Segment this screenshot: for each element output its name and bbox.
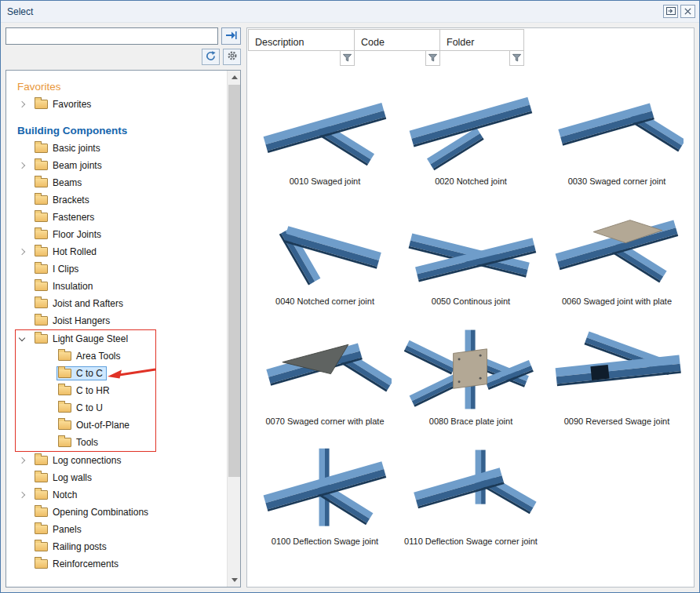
titlebar[interactable]: Select xyxy=(1,1,699,23)
folder-icon xyxy=(35,178,48,187)
tree-item-box: Fasteners xyxy=(33,210,98,224)
tree-item-log-connections[interactable]: Log connections xyxy=(17,452,223,469)
tree-item-out-of-plane[interactable]: Out-of-Plane xyxy=(17,417,155,434)
tree-item-brackets[interactable]: Brackets xyxy=(17,191,223,209)
column-header-code[interactable]: Code xyxy=(354,29,440,51)
component-item-0080-brace-plate-joint[interactable]: 0080 Brace plate joint xyxy=(398,311,544,431)
close-icon xyxy=(684,5,691,17)
component-item-0110-deflection-swage-corner-joint[interactable]: 0110 Deflection Swage corner joint xyxy=(398,431,544,551)
component-item-0050-continous-joint[interactable]: 0050 Continous joint xyxy=(398,191,544,311)
tree-item-notch[interactable]: Notch xyxy=(17,486,223,504)
component-item-0030-swaged-corner-joint[interactable]: 0030 Swaged corner joint xyxy=(544,71,690,191)
corner2-thumbnail xyxy=(258,205,392,294)
close-button[interactable] xyxy=(680,5,695,18)
window-body: FavoritesFavoritesBuilding ComponentsBas… xyxy=(1,23,699,592)
folder-icon xyxy=(35,213,48,222)
component-item-0020-notched-joint[interactable]: 0020 Notched joint xyxy=(398,71,544,191)
component-item-0070-swaged-corner-with-plate[interactable]: 0070 Swaged corner with plate xyxy=(252,311,398,431)
tree-item-insulation[interactable]: Insulation xyxy=(17,278,223,295)
chevron-right-icon[interactable] xyxy=(17,454,33,467)
tree-item-basic-joints[interactable]: Basic joints xyxy=(17,140,223,157)
column-header-folder[interactable]: Folder xyxy=(439,29,524,51)
tree-item-box: I Clips xyxy=(33,262,82,276)
column-folder: Folder xyxy=(439,29,524,66)
tree-item-beam-joints[interactable]: Beam joints xyxy=(17,157,223,174)
tree-item-log-walls[interactable]: Log walls xyxy=(17,469,223,486)
component-item-0040-notched-corner-joint[interactable]: 0040 Notched corner joint xyxy=(252,191,398,311)
tree-item-label: I Clips xyxy=(53,264,78,275)
tree-item-opening-combinations[interactable]: Opening Combinations xyxy=(17,504,223,521)
go-arrow-icon xyxy=(225,31,237,42)
tree-item-box: Log walls xyxy=(33,471,96,485)
component-item-0010-swaged-joint[interactable]: 0010 Swaged joint xyxy=(252,71,398,191)
filter-icon[interactable] xyxy=(425,51,440,66)
tree-toolbar xyxy=(5,49,241,65)
tree-item-label: Insulation xyxy=(53,281,93,292)
tree-item-fasteners[interactable]: Fasteners xyxy=(17,209,223,226)
chevron-right-icon[interactable] xyxy=(17,246,33,258)
tree-item-floor-joints[interactable]: Floor Joints xyxy=(17,226,223,243)
chevron-right-icon[interactable] xyxy=(17,98,33,111)
tree-item-area-tools[interactable]: Area Tools xyxy=(17,347,155,365)
search-input[interactable] xyxy=(5,27,218,45)
scroll-down-icon[interactable] xyxy=(228,573,241,587)
chevron-right-icon[interactable] xyxy=(17,159,33,172)
chevron-spacer xyxy=(17,176,33,189)
tree-item-favorites[interactable]: Favorites xyxy=(17,96,223,113)
tree-item-panels[interactable]: Panels xyxy=(17,521,223,538)
refresh-button[interactable] xyxy=(202,49,220,65)
tree-item-reinforcements[interactable]: Reinforcements xyxy=(17,555,223,573)
component-label: 0070 Swaged corner with plate xyxy=(265,417,384,426)
tree-item-joist-hangers[interactable]: Joist Hangers xyxy=(17,312,223,329)
tree-item-box: Light Gauge Steel xyxy=(33,332,132,346)
tree-item-label: C to C xyxy=(76,368,103,379)
scroll-up-icon[interactable] xyxy=(228,71,241,84)
tree-item-beams[interactable]: Beams xyxy=(17,174,223,191)
tree-item-label: Favorites xyxy=(53,99,91,110)
chevron-down-icon[interactable] xyxy=(17,333,33,345)
tree-item-hot-rolled[interactable]: Hot Rolled xyxy=(17,243,223,260)
tree-item-c-to-u[interactable]: C to U xyxy=(17,399,155,417)
scrollbar-thumb[interactable] xyxy=(228,85,240,477)
tree-item-tools[interactable]: Tools xyxy=(17,434,155,451)
tree-item-c-to-c[interactable]: C to C xyxy=(17,365,155,382)
tree-item-box: Insulation xyxy=(33,279,97,293)
left-panel: FavoritesFavoritesBuilding ComponentsBas… xyxy=(1,23,246,592)
tree-item-label: Notch xyxy=(53,489,77,500)
deflection-tee-thumbnail xyxy=(258,445,392,534)
tree-item-joist-and-rafters[interactable]: Joist and Rafters xyxy=(17,295,223,312)
tree-scrollbar[interactable] xyxy=(227,71,240,587)
filter-icon[interactable] xyxy=(340,51,355,66)
tree-item-box: Joist and Rafters xyxy=(33,296,127,311)
search-go-button[interactable] xyxy=(221,27,241,45)
tree-item-light-gauge-steel[interactable]: Light Gauge Steel xyxy=(17,330,155,347)
folder-icon xyxy=(35,230,48,239)
tree-item-label: C to HR xyxy=(76,385,110,396)
component-item-0100-deflection-swage-joint[interactable]: 0100 Deflection Swage joint xyxy=(252,431,398,551)
component-label: 0090 Reversed Swage joint xyxy=(564,417,670,426)
tree-item-box: Beams xyxy=(33,176,86,190)
chevron-right-icon[interactable] xyxy=(17,489,33,501)
component-item-0060-swaged-joint-with-plate[interactable]: 0060 Swaged joint with plate xyxy=(544,191,690,311)
tree-item-railing-posts[interactable]: Railing posts xyxy=(17,538,223,555)
refresh-icon xyxy=(206,51,216,64)
chevron-spacer xyxy=(17,263,33,275)
tree-item-i-clips[interactable]: I Clips xyxy=(17,260,223,278)
tree-item-box: Out-of-Plane xyxy=(57,418,133,432)
tree-item-label: Floor Joints xyxy=(53,229,101,240)
tree-item-box: Basic joints xyxy=(33,141,104,155)
window-controls xyxy=(663,5,695,18)
chevron-spacer xyxy=(41,350,57,362)
component-item-0090-reversed-swage-joint[interactable]: 0090 Reversed Swage joint xyxy=(544,311,690,431)
filter-icon[interactable] xyxy=(509,51,524,66)
folder-icon xyxy=(58,386,71,395)
pin-button[interactable] xyxy=(663,5,678,18)
pin-icon xyxy=(666,5,676,17)
tree-item-label: Panels xyxy=(53,524,82,535)
component-label: 0080 Brace plate joint xyxy=(429,417,512,426)
corner-plate-thumbnail xyxy=(258,325,392,414)
column-header-description[interactable]: Description xyxy=(248,29,355,51)
settings-button[interactable] xyxy=(223,49,241,65)
tree-item-label: Log connections xyxy=(53,455,121,466)
tree-item-c-to-hr[interactable]: C to HR xyxy=(17,382,155,399)
